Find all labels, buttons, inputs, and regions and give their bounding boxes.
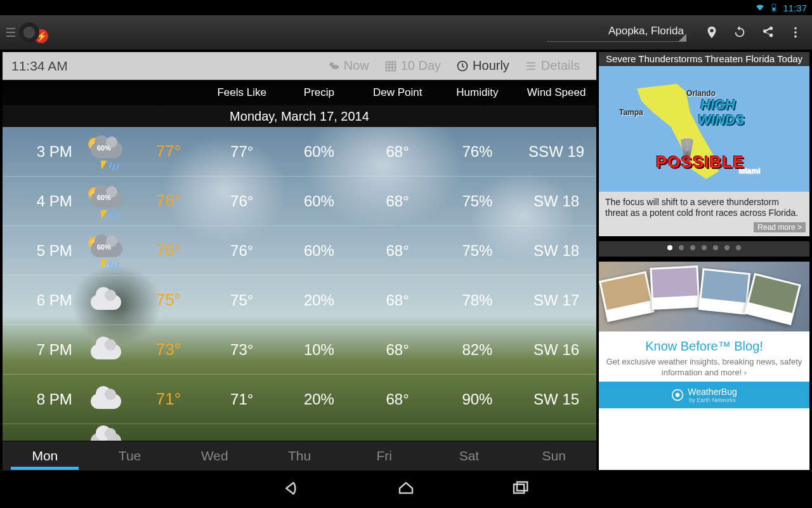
- hour-feels: 76°: [202, 192, 281, 210]
- hour-time: 5 PM: [3, 242, 77, 260]
- hour-dew: 68°: [357, 143, 438, 161]
- hour-dew: 68°: [357, 341, 438, 359]
- battery-icon: [769, 3, 779, 12]
- news-card[interactable]: Severe Thunderstorms Threaten Florida To…: [599, 52, 809, 236]
- hour-wind: SW 16: [516, 341, 596, 359]
- hour-wind: SSW 19: [516, 143, 596, 161]
- page-dot[interactable]: [667, 245, 672, 250]
- hour-time: 3 PM: [3, 143, 77, 161]
- hour-dew: 68°: [357, 192, 438, 210]
- day-tabs: MonTueWedThuFriSatSun: [3, 441, 596, 470]
- hour-row[interactable]: 3 PM 60% 77° 77° 60% 68° 76% SSW 19: [3, 127, 596, 177]
- hour-wind: SW 17: [516, 291, 596, 309]
- hour-feels: 76°: [202, 242, 281, 260]
- page-dot[interactable]: [679, 245, 684, 250]
- hour-wind: SW 15: [516, 391, 596, 408]
- android-nav-bar: [0, 470, 812, 505]
- cloudy-icon: [87, 287, 125, 314]
- svg-point-3: [794, 31, 797, 34]
- hour-temp: 71°: [134, 389, 203, 409]
- tab-hourly[interactable]: Hourly: [449, 58, 517, 73]
- blog-card[interactable]: Know Before™ Blog! Get exclusive weather…: [599, 262, 809, 470]
- svg-point-6: [331, 65, 339, 69]
- hour-dew: 68°: [357, 291, 438, 309]
- app-logo-icon[interactable]: [19, 22, 39, 43]
- hour-precip: 60%: [281, 143, 357, 161]
- hour-temp: 77°: [134, 142, 203, 161]
- hour-precip: 60%: [281, 242, 357, 260]
- page-dot[interactable]: [702, 245, 707, 250]
- recent-apps-icon[interactable]: [511, 479, 530, 498]
- hour-dew: 68°: [357, 242, 438, 260]
- hour-row[interactable]: 8 PM 71° 71° 20% 68° 90% SW 15: [3, 375, 596, 424]
- hour-precip: 20%: [281, 291, 357, 309]
- read-more-link[interactable]: Read more >: [754, 222, 806, 232]
- svg-point-4: [794, 36, 797, 38]
- overflow-menu-icon[interactable]: [782, 18, 809, 46]
- hour-row[interactable]: 7 PM 73° 73° 10% 68° 82% SW 16: [3, 325, 596, 375]
- pagination-dots[interactable]: [599, 241, 809, 257]
- location-pin-icon[interactable]: [698, 18, 726, 46]
- date-banner: Monday, March 17, 2014: [3, 105, 596, 127]
- hour-temp: 76°: [134, 241, 203, 260]
- hour-precip: 20%: [281, 391, 357, 408]
- location-dropdown[interactable]: Apopka, Florida: [547, 23, 686, 42]
- svg-rect-19: [517, 482, 527, 491]
- hour-row[interactable]: 4 PM 60% 76° 76° 60% 68° 75% SW 18: [3, 177, 596, 226]
- hour-row[interactable]: 6 PM 75° 75° 20% 68° 78% SW 17: [3, 276, 596, 325]
- share-icon[interactable]: [754, 18, 782, 46]
- day-tab[interactable]: Sat: [427, 441, 512, 470]
- thunderstorm-icon: 60%: [86, 137, 126, 167]
- action-bar: ⚡ Apopka, Florida: [0, 15, 812, 50]
- cloudy-icon: [87, 386, 125, 413]
- chevron-right-icon: ›: [744, 368, 747, 377]
- thunderstorm-icon: 60%: [86, 186, 126, 217]
- hour-row[interactable]: 5 PM 60% 76° 76° 60% 68° 75% SW 18: [3, 226, 596, 276]
- blog-footer: WeatherBugby Earth Networks: [599, 382, 809, 408]
- hour-time: 8 PM: [3, 391, 77, 408]
- hourly-list[interactable]: 3 PM 60% 77° 77° 60% 68° 76% SSW 194 PM …: [3, 127, 596, 441]
- tab-details[interactable]: Details: [517, 58, 587, 73]
- home-icon[interactable]: [396, 479, 416, 498]
- blog-desc: Get exclusive weather insights, breaking…: [605, 356, 803, 378]
- page-dot[interactable]: [736, 245, 741, 250]
- hour-time: 4 PM: [3, 192, 77, 210]
- day-tab[interactable]: Sun: [511, 441, 596, 470]
- hour-temp: 73°: [134, 340, 203, 359]
- hour-time: 7 PM: [3, 341, 77, 359]
- hour-humidity: 78%: [438, 291, 517, 309]
- svg-point-2: [794, 27, 797, 30]
- day-tab[interactable]: Thu: [257, 441, 342, 470]
- cloudy-icon: [87, 337, 125, 363]
- news-hero-image: Severe Thunderstorms Threaten Florida To…: [599, 52, 809, 192]
- calendar-icon: [384, 60, 397, 72]
- svg-point-17: [676, 393, 680, 398]
- thunderstorm-icon: 60%: [86, 236, 126, 266]
- hour-humidity: 82%: [438, 341, 517, 359]
- day-tab[interactable]: Wed: [172, 441, 257, 470]
- back-icon[interactable]: [282, 479, 301, 498]
- hour-humidity: 75%: [438, 242, 517, 260]
- column-header: Feels Like Precip Dew Point Humidity Win…: [3, 80, 596, 105]
- hour-time: 6 PM: [3, 291, 77, 309]
- page-dot[interactable]: [713, 245, 718, 250]
- menu-icon[interactable]: [6, 27, 15, 38]
- cloudy-night-icon: [87, 425, 125, 441]
- news-headline: Severe Thunderstorms Threaten Florida To…: [599, 52, 809, 65]
- hour-feels: 71°: [202, 391, 281, 408]
- svg-rect-18: [514, 484, 524, 493]
- blog-hero: [599, 262, 809, 331]
- refresh-icon[interactable]: [726, 18, 754, 46]
- blog-title: Know Before™ Blog!: [605, 339, 803, 354]
- hour-temp: 75°: [134, 290, 203, 310]
- page-dot[interactable]: [690, 245, 695, 250]
- hour-wind: SW 18: [516, 192, 596, 210]
- day-tab[interactable]: Mon: [3, 441, 88, 470]
- location-label: Apopka, Florida: [608, 25, 684, 37]
- day-tab[interactable]: Tue: [88, 441, 173, 470]
- page-dot[interactable]: [724, 245, 730, 250]
- day-tab[interactable]: Fri: [342, 441, 427, 470]
- tab-now[interactable]: Now: [320, 58, 377, 73]
- tab-10day[interactable]: 10 Day: [377, 58, 449, 73]
- hour-humidity: 76%: [438, 143, 517, 161]
